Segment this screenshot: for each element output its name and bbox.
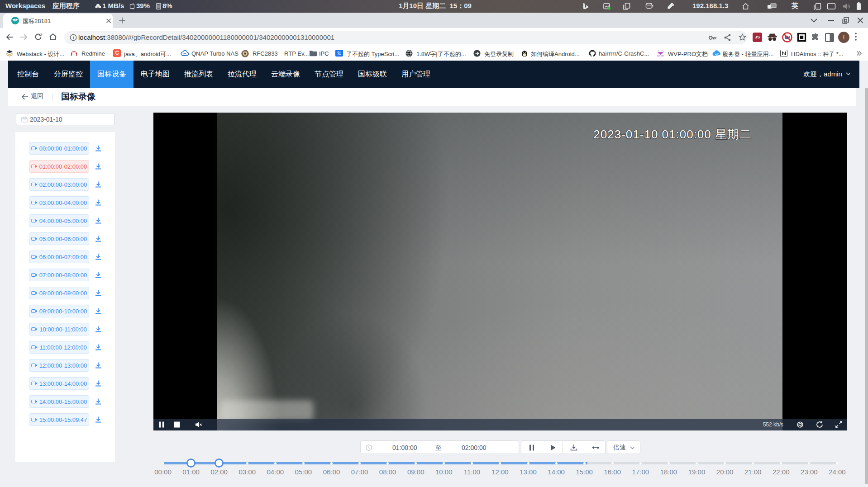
svg-text:WVP-PRO: WVP-PRO xyxy=(657,55,664,57)
